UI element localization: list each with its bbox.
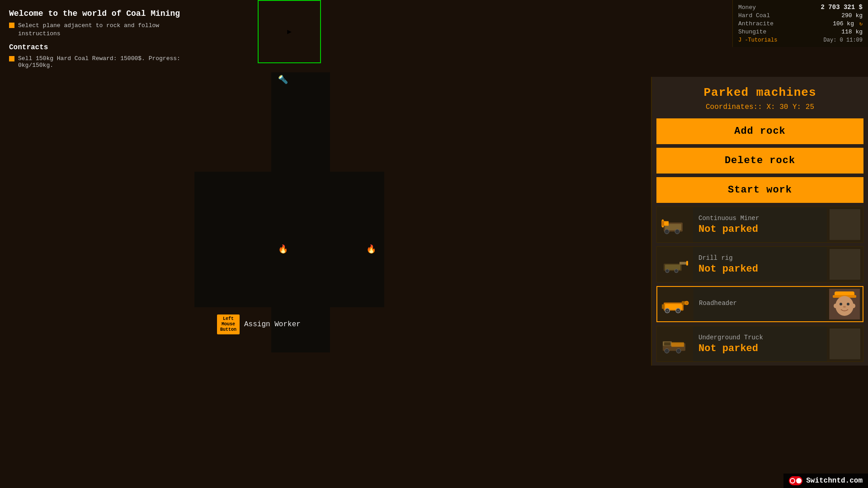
svg-point-34 [665, 348, 669, 353]
drill-rig-worker-slot [827, 247, 863, 282]
machine-card-drill-rig[interactable]: Drill rig Not parked [656, 246, 863, 282]
minimap: ▶ [258, 0, 321, 63]
continuous-miner-name: Continuous Miner [698, 215, 821, 222]
underground-truck-name: Underground Truck [698, 334, 821, 341]
refresh-icon: ↻ [859, 21, 863, 27]
anthracite-value: 106 kg ↻ [833, 20, 863, 27]
machine-card-roadheader[interactable]: Roadheader [656, 286, 863, 322]
continuous-miner-icon [657, 207, 693, 242]
top-hud: Money 2 703 321 $ Hard Coal 290 kg Anthr… [732, 0, 868, 47]
assign-worker-label: Assign Worker [244, 320, 301, 328]
drill-rig-status: Not parked [698, 263, 821, 275]
worker-face-svg [829, 289, 860, 319]
game-area: 🔦 🔥 🔥 [0, 0, 434, 488]
instruction-item: Select plane adjacent to rock and follow… [9, 22, 181, 38]
svg-rect-22 [662, 304, 664, 309]
svg-point-7 [662, 225, 664, 227]
svg-point-18 [666, 310, 668, 311]
hard-coal-value: 290 kg [841, 12, 863, 19]
machine-card-continuous-miner[interactable]: Continuous Miner Not parked [656, 206, 863, 243]
contract-bullet [9, 56, 14, 61]
right-panel: Parked machines Coordinates:: X: 30 Y: 2… [651, 77, 868, 366]
day-label: Day: 0 11:09 [824, 37, 863, 43]
torch-2: 🔥 [278, 244, 288, 254]
delete-rock-button[interactable]: Delete rock [656, 148, 863, 174]
contract-item: Sell 150kg Hard Coal Reward: 15000$. Pro… [9, 55, 181, 69]
roadheader-info: Roadheader [693, 287, 826, 321]
svg-point-27 [847, 303, 849, 305]
drill-rig-svg [661, 254, 689, 275]
switch-logo [789, 476, 802, 485]
anthracite-row: Anthracite 106 kg ↻ [738, 20, 863, 27]
underground-truck-icon [657, 326, 693, 361]
underground-truck-worker-empty [830, 328, 860, 359]
money-label: Money [738, 4, 756, 11]
svg-point-21 [685, 301, 689, 305]
drill-rig-name: Drill rig [698, 254, 821, 262]
drill-rig-worker-empty [830, 249, 860, 280]
tutorials-label[interactable]: J -Tutorials [738, 37, 777, 43]
svg-rect-5 [661, 220, 664, 226]
continuous-miner-worker-empty [830, 209, 860, 240]
svg-rect-36 [671, 342, 684, 347]
underground-truck-status: Not parked [698, 343, 821, 354]
anthracite-label: Anthracite [738, 20, 774, 27]
contracts-title: Contracts [9, 43, 181, 52]
add-rock-button[interactable]: Add rock [656, 118, 863, 144]
machine-card-underground-truck[interactable]: Underground Truck Not parked [656, 326, 863, 362]
svg-point-11 [675, 269, 678, 272]
roadheader-icon [657, 287, 693, 321]
watermark-text: Switchntd.com [806, 477, 863, 485]
panel-title: Parked machines [652, 77, 868, 103]
underground-truck-svg [661, 334, 689, 354]
shungite-value: 118 kg [841, 28, 863, 35]
roadheader-worker-avatar [829, 289, 860, 319]
svg-point-28 [843, 306, 846, 308]
continuous-miner-info: Continuous Miner Not parked [693, 207, 827, 242]
underground-truck-worker-slot [827, 326, 863, 361]
money-row: Money 2 703 321 $ [738, 4, 863, 11]
mine-shaft-cross [194, 172, 384, 307]
svg-point-2 [665, 229, 669, 234]
info-panel: Welcome to the world of Coal Mining Sele… [9, 9, 181, 69]
welcome-title: Welcome to the world of Coal Mining [9, 9, 181, 18]
continuous-miner-svg [661, 215, 689, 235]
assign-worker-tooltip: Left Mouse Button Assign Worker [217, 314, 301, 334]
contract-text: Sell 150kg Hard Coal Reward: 15000$. Pro… [18, 55, 181, 69]
torch-1: 🔦 [278, 75, 288, 84]
instruction-bullet [9, 23, 14, 28]
svg-point-3 [675, 229, 679, 234]
hard-coal-label: Hard Coal [738, 12, 770, 19]
roadheader-name: Roadheader [699, 300, 821, 307]
hard-coal-row: Hard Coal 290 kg [738, 12, 863, 19]
shungite-row: Shungite 118 kg [738, 28, 863, 35]
minimap-cursor: ▶ [287, 27, 292, 36]
continuous-miner-status: Not parked [698, 224, 821, 235]
drill-rig-info: Drill rig Not parked [693, 247, 827, 282]
underground-truck-info: Underground Truck Not parked [693, 326, 827, 361]
svg-point-29 [834, 304, 837, 308]
svg-rect-13 [686, 261, 688, 265]
svg-rect-33 [664, 342, 670, 345]
instruction-text: Select plane adjacent to rock and follow… [18, 22, 181, 38]
torch-3: 🔥 [366, 244, 376, 254]
money-value: 2 703 321 $ [821, 4, 863, 11]
continuous-miner-worker-slot [827, 207, 863, 242]
svg-point-6 [662, 219, 664, 221]
svg-point-35 [676, 348, 681, 353]
svg-point-26 [840, 303, 842, 305]
key-badge: Left Mouse Button [217, 314, 240, 334]
svg-point-40 [791, 479, 794, 483]
svg-point-39 [796, 478, 802, 483]
start-work-button[interactable]: Start work [656, 177, 863, 203]
watermark: Switchntd.com [783, 474, 868, 488]
svg-point-30 [852, 304, 855, 308]
roadheader-worker-slot [826, 287, 863, 321]
tutorials-row: J -Tutorials Day: 0 11:09 [738, 37, 863, 43]
drill-rig-icon [657, 247, 693, 282]
svg-point-19 [677, 310, 679, 311]
coordinates: Coordinates:: X: 30 Y: 25 [652, 103, 868, 111]
shungite-label: Shungite [738, 28, 766, 35]
roadheader-svg [662, 294, 689, 314]
svg-point-10 [665, 269, 669, 272]
